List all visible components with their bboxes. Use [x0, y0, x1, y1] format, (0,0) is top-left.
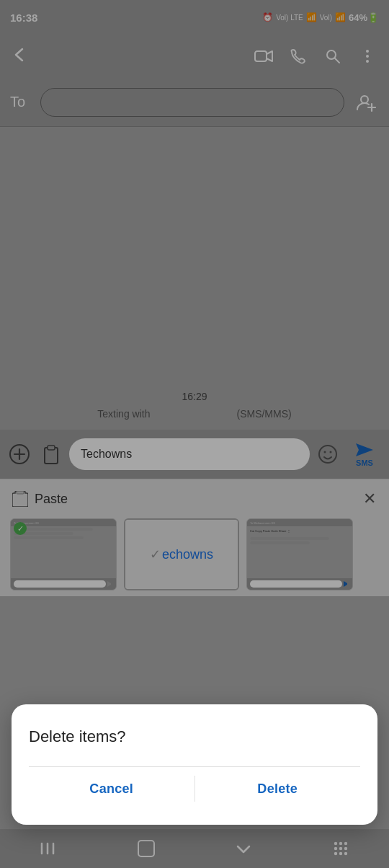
cancel-button[interactable]: Cancel	[29, 770, 194, 807]
dialog-title: Delete items?	[29, 727, 360, 746]
dialog-divider	[29, 766, 360, 767]
dialog-actions: Cancel Delete	[29, 770, 360, 807]
delete-dialog: Delete items? Cancel Delete	[12, 704, 377, 825]
delete-button[interactable]: Delete	[195, 770, 361, 807]
